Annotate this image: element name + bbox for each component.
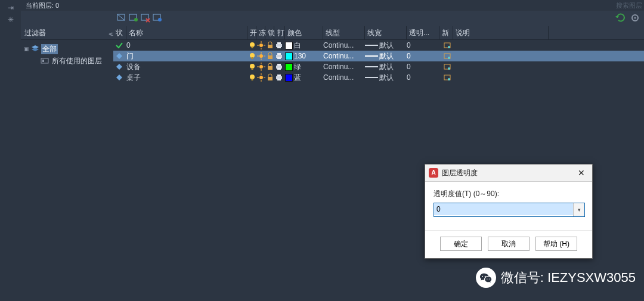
sun-icon[interactable] [256, 40, 265, 51]
svg-rect-53 [277, 64, 281, 66]
lock-icon[interactable] [265, 61, 274, 72]
app-icon: A [429, 168, 438, 178]
transparency-input[interactable] [434, 203, 576, 215]
svg-rect-37 [268, 55, 273, 59]
lineweight-cell[interactable]: 默认 [365, 61, 407, 72]
linetype-cell[interactable]: Continu... [323, 61, 365, 72]
sun-icon[interactable] [256, 72, 265, 83]
layer-name[interactable]: 设备 [126, 61, 246, 72]
current-layer-label: 当前图层: 0 [26, 1, 59, 10]
svg-marker-13 [32, 48, 39, 51]
header-strip: 当前图层: 0 搜索图层 [21, 0, 644, 11]
transparency-cell[interactable]: 0 [407, 40, 439, 51]
help-button[interactable]: 帮助 (H) [535, 237, 577, 251]
description-cell[interactable] [456, 72, 546, 83]
col-color[interactable]: 颜色 [285, 26, 323, 39]
svg-rect-65 [268, 77, 273, 80]
lock-icon[interactable] [265, 40, 274, 51]
filter-node-used[interactable]: 所有使用的图层 [33, 55, 111, 66]
col-on[interactable]: 开 [247, 26, 256, 39]
transparency-cell[interactable]: 0 [407, 72, 439, 83]
layer-row[interactable]: 门130Continu...默认0 [113, 51, 644, 61]
new-vp-icon[interactable] [441, 40, 453, 51]
settings-icon[interactable] [630, 13, 640, 23]
col-status[interactable]: 状 [113, 26, 126, 39]
col-freeze[interactable]: 冻 [256, 26, 265, 39]
color-cell[interactable]: 130 [285, 51, 321, 61]
svg-marker-29 [116, 53, 122, 59]
svg-marker-43 [116, 64, 122, 70]
col-transparency[interactable]: 透明... [407, 26, 439, 39]
lock-icon[interactable] [265, 51, 274, 61]
layer-name[interactable]: 门 [126, 51, 246, 61]
dialog-titlebar[interactable]: A 图层透明度 ✕ [425, 165, 592, 182]
col-plot[interactable]: 打 [274, 26, 285, 39]
transparency-cell[interactable]: 0 [407, 51, 439, 61]
lock-icon[interactable] [265, 72, 274, 83]
svg-rect-23 [268, 45, 273, 48]
bulb-icon[interactable] [247, 61, 256, 72]
color-cell[interactable]: 蓝 [285, 72, 321, 83]
svg-rect-51 [268, 66, 273, 70]
description-cell[interactable] [456, 51, 546, 61]
linetype-cell[interactable]: Continu... [323, 40, 365, 51]
filter-node-all[interactable]: ▣ 全部 [23, 44, 111, 54]
col-name[interactable]: 名称 [126, 26, 247, 39]
col-description[interactable]: 说明 [453, 26, 549, 39]
transparency-label: 透明度值(T) (0～90): [434, 189, 584, 199]
new-layer-icon[interactable] [128, 13, 139, 23]
tree-toggle-icon[interactable]: ▣ [23, 46, 29, 52]
search-layers-placeholder[interactable]: 搜索图层 [616, 1, 642, 10]
layer-states-icon[interactable] [116, 13, 127, 23]
svg-rect-15 [42, 60, 44, 62]
close-icon[interactable]: ✕ [574, 165, 589, 181]
layer-row[interactable]: 0白Continu...默认0 [113, 40, 644, 51]
collapse-filter-icon[interactable]: << [109, 28, 111, 41]
layer-name[interactable]: 0 [126, 40, 246, 51]
delete-layer-icon[interactable] [140, 13, 151, 23]
col-lock[interactable]: 锁 [265, 26, 274, 39]
description-cell[interactable] [456, 61, 546, 72]
new-vp-icon[interactable] [441, 61, 453, 72]
freeze-layer-icon[interactable] [152, 13, 163, 23]
layer-row[interactable]: 桌子蓝Continu...默认0 [113, 72, 644, 83]
layer-row[interactable]: 设备绿Continu...默认0 [113, 61, 644, 72]
layer-name[interactable]: 桌子 [126, 72, 246, 83]
svg-rect-14 [41, 58, 48, 63]
linetype-cell[interactable]: Continu... [323, 51, 365, 61]
watermark: 微信号: IEZYSXW3055 [476, 268, 636, 288]
ok-button[interactable]: 确定 [440, 237, 482, 251]
color-cell[interactable]: 绿 [285, 61, 321, 72]
printer-icon[interactable] [274, 51, 283, 61]
cancel-button[interactable]: 取消 [488, 237, 530, 251]
col-lineweight[interactable]: 线宽 [365, 26, 407, 39]
col-linetype[interactable]: 线型 [323, 26, 365, 39]
col-new[interactable]: 新 [439, 26, 453, 39]
printer-icon[interactable] [274, 61, 283, 72]
new-vp-icon[interactable] [441, 72, 453, 83]
sun-icon[interactable] [256, 61, 265, 72]
linetype-cell[interactable]: Continu... [323, 72, 365, 83]
filter-node-used-label: 所有使用的图层 [51, 56, 103, 66]
svg-rect-17 [251, 46, 253, 48]
svg-point-60 [259, 76, 263, 79]
description-cell[interactable] [456, 40, 546, 51]
rail-pin-icon[interactable]: ⇥ [0, 4, 21, 12]
printer-icon[interactable] [274, 40, 283, 51]
lineweight-cell[interactable]: 默认 [365, 40, 407, 51]
bulb-icon[interactable] [247, 40, 256, 51]
color-cell[interactable]: 白 [285, 40, 321, 51]
sun-icon[interactable] [256, 51, 265, 61]
transparency-cell[interactable]: 0 [407, 61, 439, 72]
chevron-down-icon[interactable]: ▾ [573, 203, 584, 216]
status-icon [113, 40, 125, 51]
lineweight-cell[interactable]: 默认 [365, 72, 407, 83]
refresh-icon[interactable] [615, 13, 626, 23]
bulb-icon[interactable] [247, 51, 256, 61]
new-vp-icon[interactable] [441, 51, 453, 61]
printer-icon[interactable] [274, 72, 283, 83]
rail-sun-icon[interactable]: ✳ [0, 15, 21, 24]
bulb-icon[interactable] [247, 72, 256, 83]
lineweight-cell[interactable]: 默认 [365, 51, 407, 61]
transparency-combo[interactable]: ▾ [434, 203, 585, 217]
